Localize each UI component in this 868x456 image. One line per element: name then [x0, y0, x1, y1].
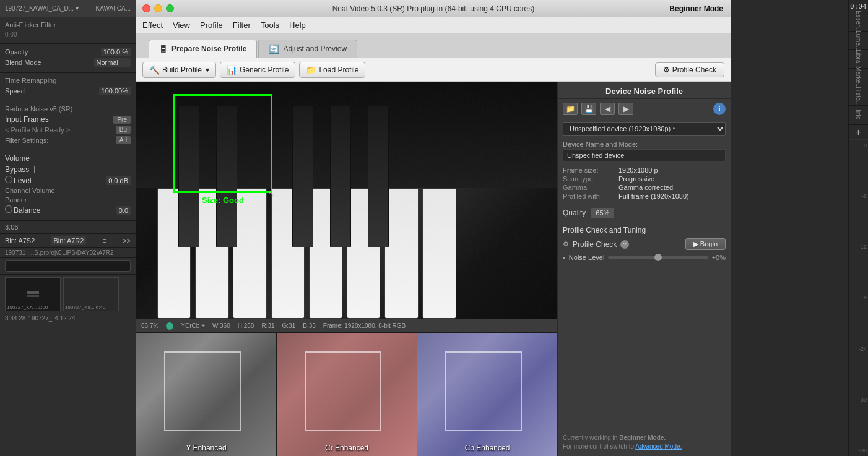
camera-label: KAWAI CA... — [96, 5, 131, 12]
close-button[interactable] — [142, 4, 150, 12]
filter-value: 0.00 — [5, 31, 131, 38]
build-profile-dropdown[interactable]: ▾ — [206, 66, 209, 74]
device-name-value[interactable]: Unspecified device — [563, 149, 726, 161]
right-arrow-btn[interactable]: ▶ — [618, 103, 633, 115]
maximize-button[interactable] — [166, 4, 174, 12]
noise-level-row: • Noise Level +0% — [563, 254, 726, 261]
channel-volume-label: Channel Volume — [5, 187, 131, 194]
noise-level-slider[interactable] — [608, 256, 708, 259]
channel-cb: Cb Enhanced — [417, 333, 557, 456]
cr-selection-box — [305, 351, 381, 431]
device-select[interactable]: Unspecified device (1920x1080p) * — [563, 122, 726, 136]
advanced-mode-link[interactable]: Advanced Mode. — [635, 443, 682, 450]
selection-box[interactable]: Size: Good ⤡ — [173, 94, 272, 193]
bypass-checkbox[interactable] — [34, 166, 41, 173]
filter-settings-label: Filter Settings: — [5, 137, 48, 144]
quality-value: 65% — [591, 208, 614, 218]
left-time-2: 190727_ — [28, 315, 52, 322]
plugin-window: Neat Video 5.0.3 (SR) Pro plug-in (64-bi… — [136, 0, 731, 456]
tab-prepare-label: Prepare Noise Profile — [171, 45, 246, 53]
menu-view[interactable]: View — [173, 20, 190, 30]
time-section: Time Remapping Speed 100.00% — [0, 73, 136, 101]
ruler-30: -30 — [849, 397, 868, 403]
opacity-section: Anti-Flicker Filter 0.00 — [0, 17, 136, 44]
menu-help[interactable]: Help — [289, 20, 306, 30]
channel-previews: Y Enhanced Cr Enhanced Cb Enhanced — [136, 332, 557, 456]
piano-key-black — [330, 105, 351, 247]
thumbnail-2[interactable]: 190727_Ka... 6:40 — [63, 277, 119, 311]
menu-filter[interactable]: Filter — [233, 20, 251, 30]
speed-label: Speed — [5, 87, 25, 95]
minimize-button[interactable] — [154, 4, 162, 12]
search-bar[interactable] — [5, 260, 131, 272]
beginner-mode-button[interactable]: Beginner Mode — [669, 4, 723, 13]
color-mode: YCrCb + — [181, 322, 205, 329]
beginner-mode-notice: Beginner Mode. — [619, 434, 666, 441]
resize-handle[interactable]: ⤡ — [268, 189, 274, 195]
device-noise-profile-title: Device Noise Profile — [558, 82, 731, 99]
bottom-notice: Currently working in Beginner Mode. For … — [558, 429, 731, 456]
profile-check-row: ⚙ Profile Check ? ▶ Begin — [563, 238, 726, 250]
blend-mode-value[interactable]: Normal — [94, 58, 131, 67]
load-profile-icon: 📁 — [306, 65, 316, 75]
ruler-24: -24 — [849, 346, 868, 352]
info-panel-btn[interactable]: Info — [849, 106, 868, 124]
color-indicator — [166, 322, 173, 330]
thumbnail-1[interactable]: 190727_KA... 1:00 — [5, 277, 61, 311]
gamma-key: Gamma: — [563, 184, 618, 191]
plugin-content: Size: Good ⤡ 66.7% YCrCb + W:360 H:268 R… — [136, 82, 731, 456]
frame-size-key: Frame size: — [563, 166, 618, 174]
y-selection-box — [164, 351, 241, 431]
ruler-18: -18 — [849, 295, 868, 301]
add-panel-button[interactable]: + — [849, 124, 868, 139]
speed-value: 100.00% — [99, 87, 131, 95]
left-arrow-btn[interactable]: ◀ — [600, 103, 615, 115]
filter-settings-value: Ad — [116, 136, 131, 144]
left-panel: 190727_KAWAI_CA_D... ▾ KAWAI CA... Anti-… — [0, 0, 136, 456]
generic-profile-button[interactable]: 📊 Generic Profile — [220, 62, 295, 78]
help-icon[interactable]: ? — [620, 240, 629, 249]
level-value: 0.0 dB — [106, 176, 131, 185]
size-label: Size: Good — [202, 196, 244, 205]
piano-key-black — [292, 105, 313, 247]
r-status: R:31 — [261, 322, 274, 329]
load-profile-button[interactable]: 📁 Load Profile — [299, 62, 365, 78]
height-status: H:268 — [238, 322, 254, 329]
profile-check-row-label: Profile Check — [573, 240, 617, 249]
level-label: Level — [5, 176, 32, 185]
ruler-12: -12 — [849, 244, 868, 250]
device-name-label: Device Name and Mode: — [558, 138, 731, 149]
profile-check-button[interactable]: ⚙ Profile Check — [655, 62, 724, 77]
tab-adjust[interactable]: 🔄 Adjust and Preview — [258, 40, 357, 58]
build-profile-label: Build Profile — [162, 66, 202, 74]
build-profile-button[interactable]: 🔨 Build Profile ▾ — [142, 62, 216, 78]
timeline-ruler: 0 -6 -12 -18 -24 -30 -36 — [849, 139, 868, 456]
cb-label: Cb Enhanced — [465, 444, 510, 452]
begin-button[interactable]: ▶ Begin — [685, 238, 726, 250]
tab-prepare[interactable]: 🎛 Prepare Noise Profile — [149, 40, 257, 58]
build-profile-icon: 🔨 — [149, 65, 160, 75]
menu-tools[interactable]: Tools — [261, 20, 279, 30]
profile-check-section: Profile Check and Tuning ⚙ Profile Check… — [558, 222, 731, 265]
info-btn[interactable]: i — [713, 103, 726, 115]
begin-label: Begin — [700, 240, 718, 247]
channel-cr: Cr Enhanced — [276, 333, 417, 456]
profile-check-label: Profile Check — [672, 66, 716, 74]
panner-row: Panner — [5, 196, 131, 204]
ruler-36: -36 — [849, 447, 868, 454]
gamma-val: Gamma corrected — [618, 184, 673, 191]
bin2-label[interactable]: Bin: A7R2 — [51, 236, 86, 245]
profiled-key: Profiled with: — [563, 192, 618, 200]
bin-arrow: ≡ — [103, 237, 106, 244]
folder-icon-btn[interactable]: 📁 — [563, 103, 578, 115]
left-time-1: 3:34:28 — [5, 315, 25, 322]
history-panel-btn[interactable]: Histo... — [849, 87, 868, 106]
save-icon-btn[interactable]: 💾 — [581, 103, 596, 115]
bullet-icon: • — [563, 254, 565, 261]
plugin-menubar: Effect View Profile Filter Tools Help — [136, 17, 731, 33]
main-preview[interactable]: Size: Good ⤡ — [136, 82, 557, 319]
bypass-label: Bypass — [5, 165, 29, 174]
menu-profile[interactable]: Profile — [200, 20, 223, 30]
menu-effect[interactable]: Effect — [142, 20, 163, 30]
blend-mode-label: Blend Mode — [5, 59, 41, 66]
